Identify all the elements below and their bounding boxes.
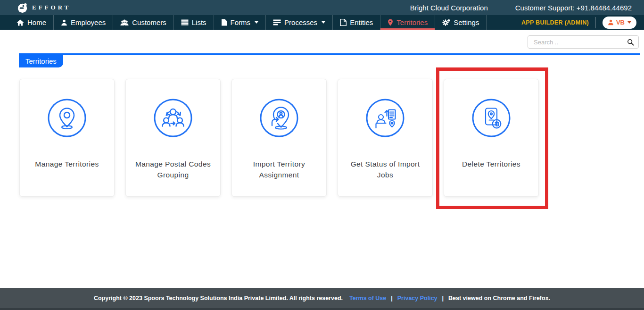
nav-item-home[interactable]: Home: [9, 15, 54, 30]
card-import-territory-assignment[interactable]: Import Territory Assignment: [231, 79, 327, 197]
top-bar: EFFORT Bright Cloud Corporation Customer…: [0, 0, 644, 15]
nav-label: Home: [27, 18, 46, 26]
nav-label: Processes: [284, 18, 317, 26]
document-icon: [221, 19, 227, 26]
territory-actions-grid: Manage Territories Manage Postal Codes G…: [19, 79, 539, 197]
nav-label: Employees: [71, 18, 106, 26]
search-input[interactable]: [533, 38, 627, 46]
pin-import-icon: [259, 98, 299, 138]
page-divider-rule: [19, 53, 640, 55]
effort-logo-icon: [17, 2, 29, 14]
nav-divider: [595, 17, 596, 28]
caret-down-icon: [255, 21, 258, 24]
nav-item-lists[interactable]: Lists: [174, 15, 214, 30]
footer: Copyright © 2023 Spoors Technology Solut…: [0, 288, 644, 310]
card-get-status-of-import-jobs[interactable]: Get Status of Import Jobs: [338, 79, 433, 197]
nav-item-territories[interactable]: Territories: [380, 15, 435, 30]
effort-logo[interactable]: EFFORT: [17, 2, 71, 14]
nav-label: Entities: [350, 18, 373, 26]
nav-label: Customers: [132, 18, 166, 26]
user-avatar-icon: [608, 19, 614, 25]
people-icon: [120, 19, 129, 26]
nav-item-settings[interactable]: Settings: [435, 15, 487, 30]
main-nav: Home Employees Customers Lists: [0, 15, 644, 30]
brand-name: EFFORT: [32, 4, 71, 11]
caret-down-icon: [322, 21, 325, 24]
card-label: Delete Territories: [454, 159, 528, 169]
privacy-policy-link[interactable]: Privacy Policy: [397, 295, 438, 302]
card-label: Import Territory Assignment: [232, 159, 326, 181]
customer-support: Customer Support: +91.84484.44692: [515, 4, 632, 12]
search-box: [528, 35, 639, 49]
search-icon[interactable]: [627, 39, 634, 46]
user-initials: VB: [616, 19, 625, 26]
page-title-tab: Territories: [19, 55, 63, 67]
file-icon: [340, 19, 347, 26]
nav-label: Territories: [396, 18, 428, 26]
stacked-bars-icon: [273, 19, 281, 25]
nav-item-customers[interactable]: Customers: [113, 15, 174, 30]
person-icon: [61, 19, 67, 26]
footer-separator: |: [442, 295, 444, 302]
nav-label: Settings: [454, 18, 479, 26]
user-menu-button[interactable]: VB: [603, 17, 636, 29]
nav-label: Forms: [231, 18, 251, 26]
map-pin-circle-icon: [47, 98, 87, 138]
nav-label: Lists: [192, 18, 206, 26]
card-pin-trash-icon: [471, 98, 511, 138]
card-manage-postal-codes-grouping[interactable]: Manage Postal Codes Grouping: [125, 79, 221, 197]
home-icon: [17, 19, 24, 26]
nav-item-entities[interactable]: Entities: [333, 15, 380, 30]
card-manage-territories[interactable]: Manage Territories: [19, 79, 115, 197]
people-cycle-icon: [153, 98, 193, 138]
nav-item-processes[interactable]: Processes: [266, 15, 333, 30]
card-delete-territories[interactable]: Delete Territories: [444, 79, 539, 197]
gear-icon: [442, 19, 450, 26]
terms-of-use-link[interactable]: Terms of Use: [349, 295, 386, 302]
map-pin-icon: [388, 19, 393, 26]
nav-item-forms[interactable]: Forms: [214, 15, 266, 30]
list-icon: [181, 19, 189, 25]
best-viewed-text: Best viewed on Chrome and Firefox.: [448, 295, 550, 302]
caret-down-icon: [627, 21, 631, 24]
company-name: Bright Cloud Corporation: [410, 4, 488, 12]
card-label: Get Status of Import Jobs: [338, 159, 432, 181]
card-label: Manage Postal Codes Grouping: [126, 159, 220, 181]
nav-item-employees[interactable]: Employees: [54, 15, 113, 30]
role-label: APP BUILDER (ADMIN): [521, 19, 589, 26]
footer-separator: |: [391, 295, 393, 302]
person-upload-document-icon: [365, 98, 405, 138]
card-label: Manage Territories: [27, 159, 106, 169]
copyright-text: Copyright © 2023 Spoors Technology Solut…: [94, 295, 343, 302]
